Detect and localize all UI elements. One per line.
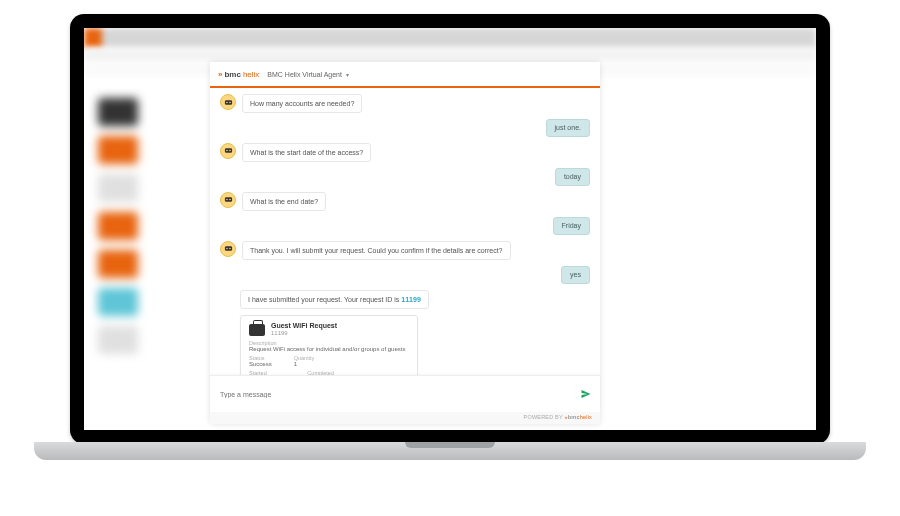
svg-point-8 bbox=[229, 199, 231, 201]
message-text: yes bbox=[561, 266, 590, 283]
card-id: 11199 bbox=[271, 330, 337, 336]
chat-footer: POWERED BY »bmchelix bbox=[210, 412, 600, 424]
card-desc-value: Request WiFi access for individual and/o… bbox=[249, 346, 409, 352]
briefcase-icon bbox=[249, 324, 265, 336]
message-bot: I have submitted your request. Your requ… bbox=[220, 290, 590, 309]
chat-widget: » bmc helix BMC Helix Virtual Agent ▾ Ho… bbox=[210, 62, 600, 424]
message-text: What is the end date? bbox=[242, 192, 326, 211]
laptop-base bbox=[34, 442, 866, 460]
message-user: today bbox=[220, 168, 590, 185]
laptop-screen: » bmc helix BMC Helix Virtual Agent ▾ Ho… bbox=[84, 28, 816, 430]
message-bot: What is the start date of the access? bbox=[220, 143, 590, 162]
svg-point-4 bbox=[226, 150, 228, 152]
message-text: Thank you. I will submit your request. C… bbox=[242, 241, 511, 260]
chat-input-bar bbox=[210, 375, 600, 412]
svg-rect-3 bbox=[224, 149, 231, 154]
message-bot: What is the end date? bbox=[220, 192, 590, 211]
chevron-down-icon[interactable]: ▾ bbox=[346, 71, 349, 78]
laptop-mockup: » bmc helix BMC Helix Virtual Agent ▾ Ho… bbox=[70, 14, 830, 474]
svg-point-11 bbox=[229, 248, 231, 250]
request-card[interactable]: Guest WiFi Request 11199 Description Req… bbox=[240, 315, 418, 375]
message-text: I have submitted your request. Your requ… bbox=[240, 290, 429, 309]
message-input[interactable] bbox=[218, 390, 580, 399]
message-text: just one. bbox=[546, 119, 590, 136]
bot-avatar-icon bbox=[220, 192, 236, 208]
request-id-link[interactable]: 11199 bbox=[401, 296, 420, 303]
brand-name-bmc: bmc bbox=[224, 70, 240, 79]
svg-rect-6 bbox=[224, 198, 231, 203]
submit-confirm-text: I have submitted your request. Your requ… bbox=[248, 296, 401, 303]
chat-transcript: How many accounts are needed? just one. … bbox=[210, 88, 600, 375]
message-user: just one. bbox=[220, 119, 590, 136]
send-icon bbox=[580, 388, 592, 400]
svg-point-2 bbox=[229, 101, 231, 103]
svg-point-7 bbox=[226, 199, 228, 201]
message-text: How many accounts are needed? bbox=[242, 94, 362, 113]
footer-brand-helix: helix bbox=[580, 414, 592, 420]
svg-rect-0 bbox=[224, 100, 231, 105]
bot-avatar-icon bbox=[220, 94, 236, 110]
brand-logo: » bmc helix bbox=[218, 70, 259, 79]
svg-point-1 bbox=[226, 101, 228, 103]
bot-avatar-icon bbox=[220, 143, 236, 159]
chat-title[interactable]: BMC Helix Virtual Agent bbox=[267, 71, 342, 78]
card-qty-label: Quantity bbox=[294, 355, 314, 361]
powered-by-label: POWERED BY bbox=[524, 414, 563, 420]
message-text: today bbox=[555, 168, 590, 185]
brand-name-helix: helix bbox=[243, 70, 259, 79]
send-button[interactable] bbox=[580, 388, 592, 400]
svg-rect-9 bbox=[224, 246, 231, 251]
laptop-screen-bezel: » bmc helix BMC Helix Virtual Agent ▾ Ho… bbox=[70, 14, 830, 444]
svg-point-5 bbox=[229, 150, 231, 152]
chat-header: » bmc helix BMC Helix Virtual Agent ▾ bbox=[210, 62, 600, 88]
message-text: What is the start date of the access? bbox=[242, 143, 371, 162]
message-text: Friday bbox=[553, 217, 590, 234]
footer-brand-bmc: bmc bbox=[568, 414, 580, 420]
brand-logo-icon: » bbox=[218, 70, 222, 79]
message-user: yes bbox=[220, 266, 590, 283]
message-bot: How many accounts are needed? bbox=[220, 94, 590, 113]
bot-avatar-icon bbox=[220, 241, 236, 257]
svg-point-10 bbox=[226, 248, 228, 250]
message-user: Friday bbox=[220, 217, 590, 234]
request-card-row: Guest WiFi Request 11199 Description Req… bbox=[220, 315, 590, 375]
card-title: Guest WiFi Request bbox=[271, 322, 337, 330]
message-bot: Thank you. I will submit your request. C… bbox=[220, 241, 590, 260]
